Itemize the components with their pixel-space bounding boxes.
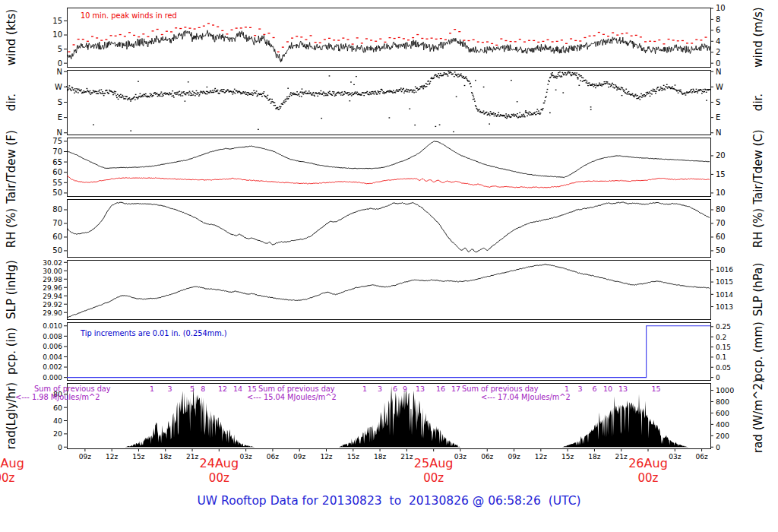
x-tick-label: 12z (106, 453, 118, 461)
x-tick-label: 09z (508, 453, 520, 461)
left-tick-label: 29.92 (43, 301, 62, 309)
left-tick-label: 0.002 (43, 363, 62, 371)
right-tick-label: 10 (716, 4, 726, 12)
cumulative-mj-label: 6 (592, 385, 596, 393)
left-tick-label: 50 (52, 188, 62, 197)
right-tick-label: 80 (716, 205, 726, 214)
right-tick-label: 400 (716, 420, 729, 429)
wind-direction-points (66, 71, 710, 132)
panel-dir: NWSENNWSENdir.dir. (5, 68, 765, 138)
wind-speed-trace (67, 30, 710, 62)
right-tick-label: 50 (716, 246, 726, 255)
sum-previous-day-value: <--- 1.98 MJoules/m^2 (15, 393, 100, 401)
x-tick-label: 18z (374, 453, 386, 461)
left-tick-label: 70 (52, 147, 62, 156)
left-tick-label: 15 (52, 17, 62, 25)
right-tick-label: 20 (716, 151, 726, 160)
x-tick-label: 12z (535, 453, 547, 461)
panel-frame (68, 71, 711, 135)
right-tick-label: 600 (716, 409, 729, 417)
x-tick-label: 15z (561, 453, 574, 461)
cumulative-mj-label: 3 (578, 385, 583, 393)
right-tick-label: 1013 (716, 303, 733, 311)
sum-previous-day-label: Sum of previous day (462, 385, 539, 393)
right-tick-label: 6 (716, 26, 720, 34)
x-tick-label: 18z (588, 453, 600, 461)
panel-slp: 29.9029.9229.9429.9629.9830.0030.0210131… (5, 259, 765, 320)
right-tick-label: 1016 (716, 266, 733, 274)
date-label: 26Aug (628, 456, 668, 470)
x-tick-label: 21z (615, 453, 628, 461)
date-label-z: 00z (0, 471, 15, 485)
cumulative-mj-label: 13 (416, 385, 425, 393)
sum-previous-day-label: Sum of previous day (34, 385, 111, 393)
x-axis: 09z12z15z18z21z03z06z09z12z15z18z21z03z0… (0, 448, 708, 485)
right-tick-label: E (716, 113, 720, 122)
cumulative-mj-label: 14 (233, 385, 242, 393)
date-label: 24Aug (200, 456, 239, 470)
cumulative-mj-label: 15 (248, 385, 257, 393)
left-tick-label: 0.010 (43, 322, 62, 330)
sum-previous-day-label: Sum of previous day (258, 385, 335, 393)
date-label-z: 00z (423, 471, 444, 485)
left-tick-label: 0.006 (43, 343, 62, 350)
left-tick-label: 29.96 (43, 284, 62, 292)
right-axis-title: pcp. (mm) (751, 321, 765, 381)
date-label: 23Aug (0, 456, 24, 470)
cumulative-mj-label: 17 (451, 385, 460, 393)
left-axis-title: Tair/Tdew (F) (5, 130, 18, 204)
right-tick-label: 1000 (716, 386, 734, 394)
left-tick-label: S (58, 98, 62, 106)
right-axis-title: SLP (hPa) (751, 263, 765, 316)
panel-rad: 02040608002004006008001000rad(Lgly/hr)ra… (5, 378, 765, 453)
right-tick-label: 10 (716, 188, 726, 197)
left-tick-label: 60 (52, 233, 62, 241)
left-tick-label: 30.02 (43, 259, 62, 267)
panel-frame (68, 261, 711, 320)
right-axis-title: dir. (751, 93, 765, 111)
right-tick-label: 0.1 (716, 353, 726, 361)
panel-temp: 505560657075101520Tair/Tdew (F)Tair/Tdew… (5, 129, 765, 204)
date-label: 25Aug (414, 456, 454, 470)
panel-annotation: 10 min. peak winds in red (81, 11, 177, 20)
left-tick-label: N (57, 68, 62, 76)
right-tick-label: 0.25 (716, 323, 731, 331)
cumulative-mj-label: 13 (618, 385, 628, 393)
sum-previous-day-value: <--- 15.04 MJoules/m^2 (247, 393, 337, 401)
cumulative-mj-label: 8 (201, 385, 205, 393)
right-tick-label: 1014 (716, 291, 733, 299)
right-axis-title: rad (W/m^2) (751, 378, 765, 453)
panel-frame (68, 200, 711, 258)
right-tick-label: 0 (716, 59, 720, 68)
panel-annotation: Tip increments are 0.01 in. (0.254mm.) (80, 329, 227, 337)
right-tick-label: 0.05 (716, 364, 731, 372)
left-tick-label: 55 (52, 179, 62, 187)
tdew-trace (67, 176, 710, 188)
x-tick-label: 15z (132, 453, 144, 461)
cumulative-mj-label: 16 (436, 385, 445, 393)
cumulative-mj-label: 9 (403, 385, 407, 393)
left-tick-label: 50 (52, 246, 62, 255)
right-tick-label: 0 (716, 374, 720, 382)
x-tick-label: 03z (669, 453, 681, 461)
panel-frame (68, 138, 711, 197)
left-axis-title: SLP (inHg) (5, 260, 18, 319)
right-tick-label: W (716, 83, 723, 91)
right-tick-label: N (716, 68, 721, 76)
left-tick-label: 80 (52, 205, 62, 214)
sea-level-pressure-trace (67, 264, 710, 318)
right-tick-label: N (716, 128, 721, 137)
left-tick-label: 0 (58, 443, 62, 451)
x-tick-label: 18z (160, 453, 172, 461)
left-tick-label: 10 (52, 30, 62, 39)
multipanel-chart-svg: 0510150246810wind (kts)wind (m/s)10 min.… (0, 0, 778, 490)
solar-radiation-day-1 (125, 385, 255, 448)
cumulative-mj-label: 3 (378, 385, 382, 393)
left-tick-label: 70 (52, 219, 62, 227)
right-tick-label: 4 (716, 37, 720, 46)
left-tick-label: 60 (53, 404, 62, 412)
left-tick-label: 0.004 (43, 353, 62, 361)
left-tick-label: W (55, 83, 62, 91)
right-tick-label: 70 (716, 219, 726, 227)
left-tick-label: E (58, 113, 62, 122)
